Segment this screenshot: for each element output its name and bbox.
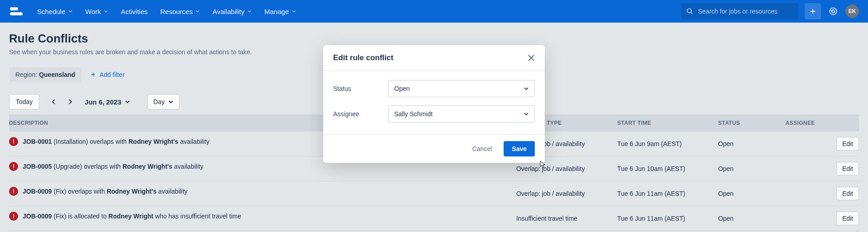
status-value: Open — [394, 85, 410, 92]
close-icon[interactable] — [528, 54, 535, 62]
cursor-icon — [539, 160, 547, 168]
save-button[interactable]: Save — [504, 141, 535, 156]
assignee-label: Assignee — [333, 110, 388, 118]
edit-rule-conflict-modal: Edit rule conflict Status Open Assignee … — [323, 45, 545, 163]
status-label: Status — [333, 85, 388, 92]
chevron-down-icon — [524, 86, 529, 91]
assignee-select[interactable]: Sally Schmidt — [388, 105, 535, 123]
cancel-button[interactable]: Cancel — [472, 145, 492, 152]
modal-title: Edit rule conflict — [333, 53, 393, 62]
chevron-down-icon — [524, 111, 529, 117]
assignee-value: Sally Schmidt — [394, 110, 433, 118]
status-select[interactable]: Open — [388, 80, 535, 97]
